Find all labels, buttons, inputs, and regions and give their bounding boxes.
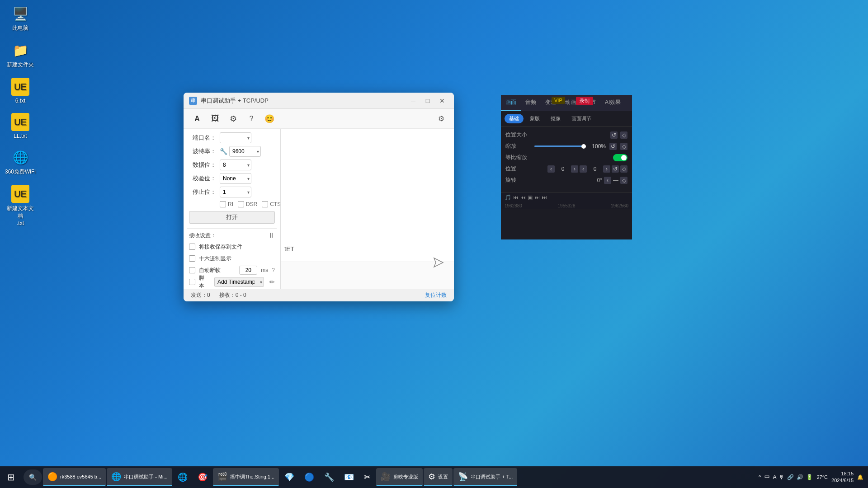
sub-tab-蒙版[interactable]: 蒙版 xyxy=(525,114,544,123)
help-icon[interactable]: ? xyxy=(272,267,275,273)
notification-button[interactable]: 🔔 xyxy=(857,474,863,480)
desktop-icon-6txt[interactable]: UE 6.txt xyxy=(5,78,36,104)
reset-counter-button[interactable]: 复位计数 xyxy=(425,291,447,299)
desktop-icon-newtxt[interactable]: UE 新建文本文档 .txt xyxy=(5,185,36,226)
taskbar-item-app7[interactable]: 🔵 xyxy=(300,468,319,486)
close-button[interactable]: ✕ xyxy=(436,96,448,106)
tray-arrow[interactable]: ^ xyxy=(759,474,761,480)
taskbar-item-serial-tool[interactable]: 📡 串口调试助手 + T... xyxy=(453,468,517,486)
recv-script-edit-icon[interactable]: ✏ xyxy=(269,278,275,286)
stopbits-select[interactable]: 1 xyxy=(220,187,251,197)
sub-tab-抠像[interactable]: 抠像 xyxy=(546,114,565,123)
port-label: 端口名： xyxy=(189,134,216,142)
timeline-icon: 🎵 xyxy=(505,194,511,201)
recv-script-label: 脚本 xyxy=(199,274,209,289)
size-expand-btn[interactable]: ◇ xyxy=(620,131,627,139)
baud-select[interactable]: 9600 115200 xyxy=(229,146,261,157)
pos-y-dec[interactable]: ‹ xyxy=(580,165,587,173)
size-row: 位置大小 ↺ ◇ xyxy=(505,131,627,139)
send-text-input[interactable] xyxy=(281,262,454,289)
hex-display-label: 十六进制显示 xyxy=(199,255,231,263)
help-button[interactable]: ? xyxy=(243,111,259,127)
taskbar-time[interactable]: 18:15 2024/6/15 xyxy=(831,470,854,484)
desktop-icon-wifi[interactable]: 🌐 360免费WiFi xyxy=(5,148,36,176)
plugin-button[interactable]: ⚙ xyxy=(225,111,241,127)
pos-reset-btn[interactable]: ↺ xyxy=(612,165,619,173)
parity-select-wrap[interactable]: None xyxy=(220,173,251,184)
taskbar-item-app9[interactable]: 📧 xyxy=(340,468,359,486)
folder-label: 新建文件夹 xyxy=(7,61,34,69)
tab-ai效果[interactable]: AI效果 xyxy=(600,95,625,111)
port-select-wrap[interactable] xyxy=(220,132,251,143)
stopbits-select-wrap[interactable]: 1 xyxy=(220,187,251,197)
rot-expand-btn[interactable]: ◇ xyxy=(620,177,627,184)
minimize-button[interactable]: ─ xyxy=(407,96,420,106)
ratio-toggle[interactable] xyxy=(613,154,627,161)
ue-lltxt-label: LL.txt xyxy=(14,133,27,139)
start-button[interactable]: ⊞ xyxy=(0,466,22,488)
hex-display-checkbox[interactable] xyxy=(189,255,195,262)
baud-select-wrap[interactable]: 9600 115200 xyxy=(229,146,261,157)
scale-reset-btn[interactable]: ↺ xyxy=(609,143,617,150)
desktop-icon-lltxt[interactable]: UE LL.txt xyxy=(5,113,36,139)
taskbar-item-serial-browser[interactable]: 🌐 串口调试助手 - Mi... xyxy=(107,468,172,486)
scale-expand-btn[interactable]: ◇ xyxy=(620,143,627,150)
send-message-button[interactable] xyxy=(429,253,448,272)
font-button[interactable]: A xyxy=(189,111,205,127)
desktop-icon-folder[interactable]: 📁 新建文件夹 xyxy=(5,41,36,69)
parity-label: 校验位： xyxy=(189,174,216,183)
timeline-ctrl5: ⏭ xyxy=(542,194,547,201)
pos-x-inc[interactable]: › xyxy=(571,165,578,173)
desktop-icon-computer[interactable]: 🖥️ 此电脑 xyxy=(5,5,36,32)
app4-icon: 🎯 xyxy=(198,472,208,482)
taskbar-item-jianying[interactable]: 🎥 剪映专业版 xyxy=(376,468,423,486)
sub-tab-基础[interactable]: 基础 xyxy=(505,114,524,123)
baud-row: 波特率： 🔧 9600 115200 xyxy=(189,145,275,158)
settings-button[interactable]: ⚙ xyxy=(434,112,448,126)
maximize-button[interactable]: □ xyxy=(421,96,434,106)
dsr-label: DSR xyxy=(246,201,257,207)
settings-label: 设置 xyxy=(438,474,448,480)
pos-expand-btn[interactable]: ◇ xyxy=(620,165,627,173)
tab-画面[interactable]: 画面 xyxy=(501,95,521,111)
image-button[interactable]: 🖼 xyxy=(207,111,223,127)
port-select[interactable] xyxy=(220,132,251,143)
hex-display-row: 十六进制显示 xyxy=(189,253,275,264)
rot-dec[interactable]: ‹ xyxy=(604,177,611,184)
record-badge: 录制 xyxy=(576,97,593,105)
scale-slider-thumb[interactable] xyxy=(581,144,586,149)
save-file-checkbox[interactable] xyxy=(189,244,195,250)
ratio-label: 等比缩放 xyxy=(505,154,528,161)
databits-select[interactable]: 8 xyxy=(220,160,251,170)
jianying-nav: 画面 音频 变速 动画 节节 AI效果 xyxy=(501,95,632,111)
pause-button[interactable]: ⏸ xyxy=(268,231,275,239)
pos-y-inc[interactable]: › xyxy=(603,165,610,173)
open-port-button[interactable]: 打开 xyxy=(189,211,275,224)
recv-script-checkbox[interactable] xyxy=(189,279,195,285)
tab-音频[interactable]: 音频 xyxy=(521,95,541,111)
input-method-icon[interactable]: 中 xyxy=(764,474,770,481)
jianying-properties: 位置大小 ↺ ◇ 缩放 100% ↺ ◇ 等比缩放 xyxy=(501,127,632,192)
auto-newline-input[interactable] xyxy=(239,266,257,275)
parity-select[interactable]: None xyxy=(220,173,251,184)
databits-label: 数据位： xyxy=(189,161,216,169)
databits-select-wrap[interactable]: 8 xyxy=(220,160,251,170)
video-icon: 🎬 xyxy=(217,472,227,482)
recv-script-select[interactable]: Add Timestamp xyxy=(214,277,264,287)
taskbar-item-app10[interactable]: ✂ xyxy=(359,468,375,486)
taskbar-item-app6[interactable]: 💎 xyxy=(280,468,299,486)
taskbar-search[interactable]: 🔍 xyxy=(24,469,42,485)
send-input-area[interactable] xyxy=(281,262,454,289)
taskbar-item-video[interactable]: 🎬 播中调The.Sting.1... xyxy=(213,468,279,486)
size-reset-btn[interactable]: ↺ xyxy=(610,131,618,139)
taskbar-item-app4[interactable]: 🎯 xyxy=(193,468,212,486)
emoji-button[interactable]: 😊 xyxy=(261,111,278,127)
sub-tab-画面调节[interactable]: 画面调节 xyxy=(567,114,596,123)
auto-newline-label: 自动断帧 xyxy=(199,267,221,274)
taskbar-item-rk3588[interactable]: 🟠 rk3588 ov5645 b... xyxy=(43,468,106,486)
taskbar-item-edge[interactable]: 🌐 xyxy=(173,468,192,486)
taskbar-item-settings[interactable]: ⚙ 设置 xyxy=(424,468,453,486)
auto-newline-checkbox[interactable] xyxy=(189,267,195,273)
taskbar-item-app8[interactable]: 🔧 xyxy=(320,468,339,486)
pos-x-dec[interactable]: ‹ xyxy=(547,165,555,173)
